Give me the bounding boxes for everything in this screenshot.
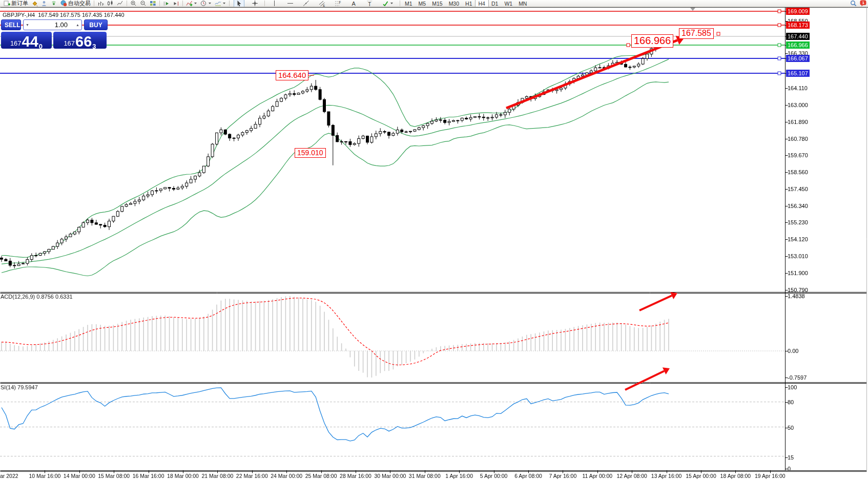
signals-button[interactable] xyxy=(49,0,59,7)
price-axis-tick: 158.560 xyxy=(788,169,808,176)
price-axis-tick: 155.230 xyxy=(788,219,808,226)
trendline-button[interactable] xyxy=(301,0,311,7)
chart-canvas[interactable] xyxy=(0,0,868,480)
price-axis-tick: 160.780 xyxy=(788,135,808,142)
templates-button[interactable] xyxy=(213,0,228,7)
new-order-button[interactable]: 新订单 xyxy=(2,0,30,7)
time-axis-label: 18 Apr 08:00 xyxy=(720,473,751,479)
text-button[interactable]: A xyxy=(349,0,359,7)
time-axis-label: 16 Mar 16:00 xyxy=(133,473,164,479)
price-axis-tick: 157.450 xyxy=(788,185,808,193)
text-label-button[interactable]: T xyxy=(365,0,375,7)
price-axis-tick: 164.110 xyxy=(788,85,808,92)
svg-text:A: A xyxy=(352,1,356,7)
ask-price[interactable]: 167663 xyxy=(53,32,107,49)
fibonacci-button[interactable]: F xyxy=(333,0,343,7)
ask-pipette: 3 xyxy=(92,43,96,50)
timeframe-w1[interactable]: W1 xyxy=(501,0,515,7)
notifications-button[interactable]: 1 xyxy=(858,0,868,7)
toolbar-separator xyxy=(159,1,160,6)
time-axis-label: 25 Mar 08:00 xyxy=(305,473,337,479)
price-axis-tick: 151.900 xyxy=(788,269,808,277)
price-axis-tick: 154.120 xyxy=(788,236,808,243)
publisher-button[interactable] xyxy=(39,0,49,7)
svg-text:F: F xyxy=(339,1,341,4)
price-axis-level-label: 166.966 xyxy=(786,41,810,49)
toolbar-separator xyxy=(229,1,230,6)
sell-button[interactable]: SELL xyxy=(1,19,21,30)
bar-chart-button[interactable] xyxy=(96,0,106,7)
crosshair-button[interactable] xyxy=(250,0,260,7)
ask-prefix: 167 xyxy=(64,39,75,47)
svg-text:E: E xyxy=(323,4,325,7)
buy-button[interactable]: BUY xyxy=(84,19,108,30)
trading-terminal-window: 新订单自动交易EFATM1M5M15M30H1H4D1W1MN1 GBPJPY-… xyxy=(0,0,868,480)
zoom-in-button[interactable] xyxy=(129,0,138,7)
toolbar-separator xyxy=(400,1,400,6)
price-annotation-spike-high[interactable]: 164.640 xyxy=(276,70,308,80)
toolbar-separator xyxy=(94,1,94,6)
time-axis-label: 19 Apr 16:00 xyxy=(755,473,786,479)
time-axis-label: 14 Mar 00:00 xyxy=(64,473,95,479)
autotrading-button[interactable]: 自动交易 xyxy=(59,0,92,7)
timeframe-h1[interactable]: H1 xyxy=(462,0,475,7)
price-axis-tick: 163.000 xyxy=(788,101,808,109)
timeframe-h4[interactable]: H4 xyxy=(476,0,488,7)
price-annotation-recent-high[interactable]: 167.585 xyxy=(679,28,714,39)
styler-button[interactable] xyxy=(30,0,39,7)
price-row: 167440 167663 xyxy=(1,32,108,49)
macd-indicator-label: ACD(12,26,9) 0.8756 0.6331 xyxy=(1,294,73,300)
symbol-ohlc-line: GBPJPY-,H4 167.549 167.575 167.435 167.4… xyxy=(3,12,125,18)
cursor-button[interactable] xyxy=(234,0,244,7)
horizontal-line-button[interactable] xyxy=(285,0,295,7)
zoom-out-button[interactable] xyxy=(138,0,148,7)
timeframe-d1[interactable]: D1 xyxy=(488,0,501,7)
vertical-line-button[interactable] xyxy=(270,0,279,7)
candlestick-chart-button[interactable] xyxy=(106,0,115,7)
tile-windows-button[interactable] xyxy=(148,0,158,7)
price-axis-tick: 161.890 xyxy=(788,118,808,126)
arrows-button[interactable] xyxy=(381,0,395,7)
ask-main: 66 xyxy=(75,35,92,49)
volume-value[interactable]: 1.00 xyxy=(31,21,74,29)
timeframe-m5[interactable]: M5 xyxy=(416,0,429,7)
time-axis-label: 12 Apr 08:00 xyxy=(616,473,647,479)
price-axis-tick: 159.670 xyxy=(788,152,808,159)
rsi-indicator-label: SI(14) 79.5947 xyxy=(1,384,38,390)
time-axis-label: 10 Mar 16:00 xyxy=(29,473,60,479)
bid-price[interactable]: 167440 xyxy=(1,32,52,49)
rsi-axis-tick: 0 xyxy=(788,465,791,472)
indicators-button[interactable] xyxy=(184,0,199,7)
equidistant-channel-button[interactable]: E xyxy=(317,0,327,7)
macd-axis-tick: -0.7597 xyxy=(788,374,807,381)
timeframe-m1[interactable]: M1 xyxy=(402,0,416,7)
timeframe-mn[interactable]: MN xyxy=(515,0,530,7)
price-annotation-green-level[interactable]: 166.966 xyxy=(631,34,673,48)
time-axis-label: 22 Mar 16:00 xyxy=(236,473,268,479)
auto-scroll-button[interactable] xyxy=(161,0,171,7)
line-chart-button[interactable] xyxy=(115,0,125,7)
price-axis-level-label: 168.173 xyxy=(786,22,810,29)
periods-button[interactable] xyxy=(199,0,213,7)
price-annotation-swing-low[interactable]: 159.010 xyxy=(295,148,326,158)
toolbar-button-label: 新订单 xyxy=(11,0,28,7)
time-axis-label: 1 Apr 16:00 xyxy=(445,473,473,479)
time-axis-label: 11 Apr 00:00 xyxy=(582,473,612,479)
time-axis-label: ar 2022 xyxy=(0,473,18,479)
svg-text:1: 1 xyxy=(862,1,865,5)
volume-stepper[interactable]: ▼ 1.00 ▲ xyxy=(23,19,82,30)
price-axis-level-label: 169.009 xyxy=(786,8,810,15)
toolbar-separator xyxy=(182,1,183,6)
main-toolbar: 新订单自动交易EFATM1M5M15M30H1H4D1W1MN1 xyxy=(0,0,868,7)
time-axis-label: 21 Mar 08:00 xyxy=(201,473,233,479)
rsi-axis-tick: 100 xyxy=(788,384,797,391)
timeframe-m15[interactable]: M15 xyxy=(429,0,445,7)
timeframe-m30[interactable]: M30 xyxy=(446,0,462,7)
toolbar-separator xyxy=(264,1,265,6)
volume-increase-button[interactable]: ▲ xyxy=(74,20,81,30)
volume-decrease-button[interactable]: ▼ xyxy=(24,20,31,30)
chart-shift-button[interactable] xyxy=(171,0,181,7)
time-axis-label: 24 Mar 00:00 xyxy=(271,473,302,479)
search-button[interactable] xyxy=(849,0,858,7)
svg-text:T: T xyxy=(368,2,371,7)
